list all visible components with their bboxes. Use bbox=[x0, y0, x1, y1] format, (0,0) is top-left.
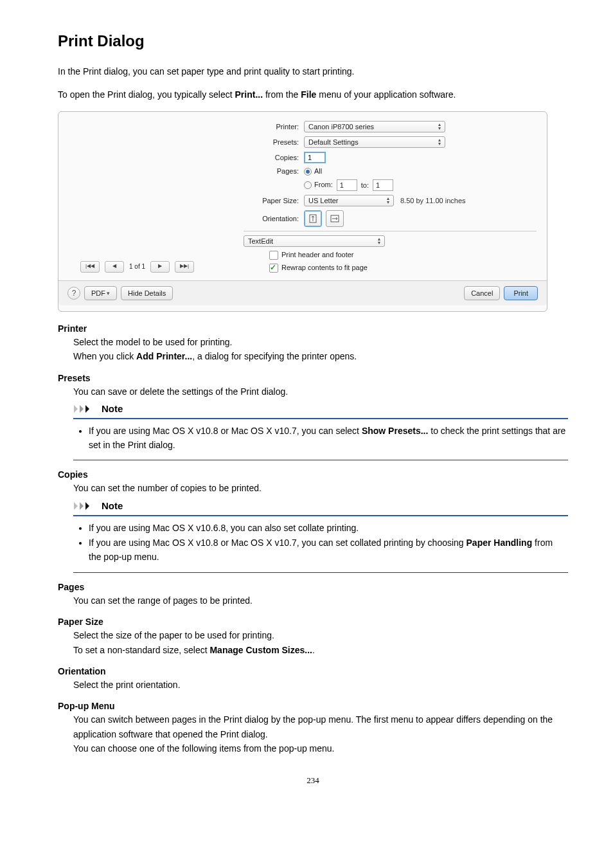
rewrap-label: Rewrap contents to fit page bbox=[281, 264, 368, 271]
def-orientation-desc: Select the print orientation. bbox=[73, 678, 568, 692]
checkbox-unchecked-icon bbox=[269, 251, 278, 260]
last-page-button[interactable]: ▶▶| bbox=[175, 261, 194, 273]
select-arrows-icon: ▴▾ bbox=[378, 237, 380, 245]
page-counter: 1 of 1 bbox=[129, 263, 145, 270]
pages-label: Pages: bbox=[244, 167, 304, 175]
prev-page-button[interactable]: ◀ bbox=[105, 261, 124, 273]
radio-selected-icon bbox=[304, 168, 312, 176]
printer-label: Printer: bbox=[244, 123, 304, 131]
def-presets-desc: You can save or delete the settings of t… bbox=[73, 384, 568, 461]
select-arrows-icon: ▴▾ bbox=[438, 138, 441, 146]
text: You can set the number of copies to be p… bbox=[73, 483, 262, 493]
presets-label: Presets: bbox=[244, 138, 304, 146]
papersize-select[interactable]: US Letter ▴▾ bbox=[304, 195, 394, 206]
rewrap-checkbox[interactable]: Rewrap contents to fit page bbox=[269, 264, 368, 273]
orientation-label: Orientation: bbox=[244, 215, 304, 222]
note-arrows-icon bbox=[73, 404, 96, 413]
note-item: If you are using Mac OS X v10.8 or Mac O… bbox=[89, 536, 567, 564]
text: You can save or delete the settings of t… bbox=[73, 386, 288, 397]
landscape-icon bbox=[330, 214, 340, 223]
pages-all-label: All bbox=[314, 167, 322, 175]
def-papersize-desc: Select the size of the paper to be used … bbox=[73, 628, 568, 657]
menu-ref-print: Print... bbox=[235, 89, 263, 100]
papersize-label: Paper Size: bbox=[244, 197, 304, 204]
header-footer-checkbox[interactable]: Print header and footer bbox=[269, 251, 354, 260]
def-papersize-title: Paper Size bbox=[58, 617, 568, 627]
papersize-dimensions: 8.50 by 11.00 inches bbox=[400, 197, 466, 204]
header-footer-label: Print header and footer bbox=[281, 251, 354, 258]
text: When you click bbox=[73, 351, 136, 361]
text: . bbox=[312, 645, 315, 655]
pdf-button[interactable]: PDF bbox=[84, 286, 117, 300]
note-item: If you are using Mac OS X v10.6.8, you c… bbox=[89, 521, 567, 536]
pages-from-radio[interactable]: From: bbox=[304, 181, 333, 189]
text: from the bbox=[263, 89, 301, 100]
note-arrows-icon bbox=[73, 502, 96, 511]
select-arrows-icon: ▴▾ bbox=[387, 197, 389, 204]
page-title: Print Dialog bbox=[58, 32, 568, 50]
hide-details-button[interactable]: Hide Details bbox=[121, 286, 173, 300]
text: Select the model to be used for printing… bbox=[73, 337, 232, 347]
def-presets-title: Presets bbox=[58, 373, 568, 383]
note-title: Note bbox=[102, 401, 123, 417]
text: You can switch between pages in the Prin… bbox=[73, 714, 553, 739]
section-select-value: TextEdit bbox=[248, 237, 273, 245]
text: To open the Print dialog, you typically … bbox=[58, 89, 235, 100]
print-dialog-screenshot: |◀◀ ◀ 1 of 1 ▶ ▶▶| Printer: Canon iP8700… bbox=[58, 111, 547, 312]
ref-manage-custom-sizes: Manage Custom Sizes... bbox=[209, 645, 312, 655]
from-input[interactable]: 1 bbox=[337, 179, 357, 191]
def-popup-title: Pop-up Menu bbox=[58, 701, 568, 711]
first-page-button[interactable]: |◀◀ bbox=[80, 261, 100, 273]
to-label: to: bbox=[361, 181, 369, 189]
note-box: Note If you are using Mac OS X v10.6.8, … bbox=[73, 498, 568, 573]
text: menu of your application software. bbox=[316, 89, 456, 100]
copies-input[interactable]: 1 bbox=[304, 152, 326, 163]
preview-nav: |◀◀ ◀ 1 of 1 ▶ ▶▶| bbox=[80, 261, 194, 273]
ref-show-presets: Show Presets... bbox=[362, 426, 428, 436]
note-box: Note If you are using Mac OS X v10.8 or … bbox=[73, 401, 568, 460]
text: , a dialog for specifying the printer op… bbox=[192, 351, 357, 361]
def-copies-desc: You can set the number of copies to be p… bbox=[73, 481, 568, 572]
def-popup-desc: You can switch between pages in the Prin… bbox=[73, 712, 568, 755]
next-page-button[interactable]: ▶ bbox=[150, 261, 170, 273]
presets-select[interactable]: Default Settings ▴▾ bbox=[304, 136, 445, 148]
note-title: Note bbox=[102, 498, 123, 514]
section-select[interactable]: TextEdit ▴▾ bbox=[244, 235, 385, 247]
intro-paragraph-1: In the Print dialog, you can set paper t… bbox=[58, 64, 568, 78]
portrait-icon bbox=[308, 213, 317, 224]
def-pages-title: Pages bbox=[58, 582, 568, 592]
printer-select-value: Canon iP8700 series bbox=[308, 123, 374, 131]
ref-paper-handling: Paper Handling bbox=[466, 538, 533, 548]
orientation-portrait-button[interactable] bbox=[304, 210, 322, 227]
menu-ref-file: File bbox=[301, 89, 316, 100]
text: You can choose one of the following item… bbox=[73, 743, 335, 754]
radio-empty-icon bbox=[304, 181, 312, 189]
from-label: From: bbox=[314, 181, 333, 188]
text: To set a non-standard size, select bbox=[73, 645, 209, 655]
to-input[interactable]: 1 bbox=[373, 179, 393, 191]
def-pages-desc: You can set the range of pages to be pri… bbox=[73, 593, 568, 608]
select-arrows-icon: ▴▾ bbox=[438, 123, 441, 131]
papersize-select-value: US Letter bbox=[308, 197, 338, 204]
print-button[interactable]: Print bbox=[504, 286, 538, 300]
intro-paragraph-2: To open the Print dialog, you typically … bbox=[58, 87, 568, 102]
copies-label: Copies: bbox=[244, 154, 304, 161]
ref-add-printer: Add Printer... bbox=[136, 351, 192, 361]
pages-all-radio[interactable]: All bbox=[304, 167, 322, 176]
def-printer-title: Printer bbox=[58, 323, 568, 334]
checkbox-checked-icon bbox=[269, 264, 278, 273]
page-number: 234 bbox=[58, 775, 568, 786]
orientation-landscape-button[interactable] bbox=[326, 210, 344, 227]
presets-select-value: Default Settings bbox=[308, 138, 359, 146]
cancel-button[interactable]: Cancel bbox=[464, 286, 500, 300]
text: Select the size of the paper to be used … bbox=[73, 630, 274, 640]
def-copies-title: Copies bbox=[58, 469, 568, 480]
preview-column: |◀◀ ◀ 1 of 1 ▶ ▶▶| bbox=[69, 121, 244, 273]
printer-select[interactable]: Canon iP8700 series ▴▾ bbox=[304, 121, 445, 132]
help-button[interactable]: ? bbox=[67, 287, 80, 300]
def-printer-desc: Select the model to be used for printing… bbox=[73, 335, 568, 364]
text: If you are using Mac OS X v10.8 or Mac O… bbox=[89, 538, 466, 548]
text: If you are using Mac OS X v10.8 or Mac O… bbox=[89, 426, 362, 436]
def-orientation-title: Orientation bbox=[58, 666, 568, 676]
note-item: If you are using Mac OS X v10.8 or Mac O… bbox=[89, 424, 567, 452]
